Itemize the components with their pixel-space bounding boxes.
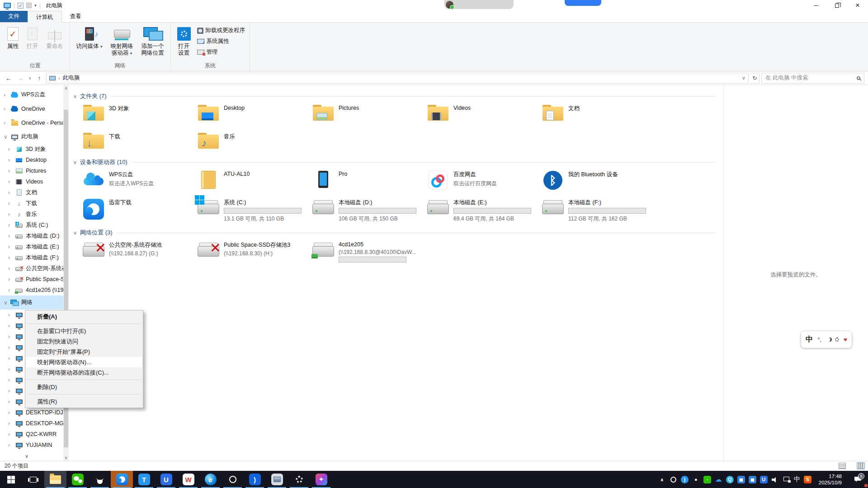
taskbar-button-qq[interactable] <box>89 471 111 488</box>
chevron-down-icon[interactable]: ∨ <box>73 230 77 236</box>
tile-Desktop[interactable]: Desktop <box>195 103 310 126</box>
tile-音乐[interactable]: ♪ 音乐 <box>195 131 310 154</box>
chevron-right-icon[interactable]: › <box>8 333 14 340</box>
tile-Pro[interactable]: Pro <box>310 169 425 192</box>
chevron-down-icon[interactable]: ∨ <box>73 160 77 165</box>
ribbon-button-settings[interactable]: 打开设置 <box>174 23 194 58</box>
gear-icon[interactable] <box>835 338 839 342</box>
sidebar-item-Pictures[interactable]: › Pictures <box>0 165 63 176</box>
chevron-right-icon[interactable]: › <box>8 276 14 282</box>
chevron-right-icon[interactable]: › <box>8 420 14 427</box>
ribbon-button-rename[interactable]: 重命名 <box>42 23 67 51</box>
sidebar-item-Q2C-KWRR[interactable]: › Q2C-KWRR <box>0 429 63 440</box>
chevron-right-icon[interactable]: › <box>8 355 14 361</box>
history-dropdown-icon[interactable]: ∨ <box>27 76 33 80</box>
tray-guard-alert-icon[interactable]: ◼ <box>749 476 756 483</box>
chevron-right-icon[interactable]: › <box>8 168 14 174</box>
tile-WPS云盘[interactable]: WPS云盘双击进入WPS云盘 <box>80 169 195 192</box>
tile-下载[interactable]: ↓ 下载 <box>80 131 195 154</box>
moon-icon[interactable] <box>826 338 830 342</box>
sidebar-item-本地磁盘 (D:)[interactable]: › 本地磁盘 (D:) <box>0 230 63 241</box>
sidebar-item-本地磁盘 (F:)[interactable]: › 本地磁盘 (F:) <box>0 252 63 263</box>
section-header[interactable]: ∨ 设备和驱动器 (10) <box>73 158 723 166</box>
sidebar-item-OneDrive - Personal[interactable]: › OneDrive - Personal <box>0 116 63 130</box>
tray-cloud-tray-icon[interactable]: ☁ <box>715 476 722 483</box>
sidebar-item-Desktop[interactable]: › Desktop <box>0 155 63 165</box>
chevron-right-icon[interactable]: › <box>8 399 14 405</box>
chevron-right-icon[interactable]: › <box>8 409 14 416</box>
chevron-right-icon[interactable]: › <box>8 323 14 329</box>
taskbar-button-blue-app[interactable]: ) <box>244 471 266 488</box>
context-menu-item-5[interactable]: 映射网络驱动器(N)... <box>26 357 142 367</box>
tab-view[interactable]: 查看 <box>62 10 90 22</box>
chevron-right-icon[interactable]: › <box>8 442 14 448</box>
sidebar-item-系统 (C:)[interactable]: › 系统 (C:) <box>0 220 63 230</box>
chevron-right-icon[interactable]: › <box>8 233 14 239</box>
sogou-icon[interactable]: S <box>804 476 811 483</box>
tile-我的 Bluetooth 设备[interactable]: ᛒ 我的 Bluetooth 设备 <box>540 169 655 192</box>
heart-icon[interactable]: ♥ <box>844 336 847 343</box>
chevron-right-icon[interactable]: › <box>8 312 14 318</box>
taskbar-button-colorful-app[interactable]: ✦ <box>310 471 332 488</box>
sidebar-item-网络[interactable]: ∨ 网络 <box>0 296 63 310</box>
taskbar-button-wechat[interactable] <box>66 471 89 488</box>
chevron-right-icon[interactable]: › <box>8 244 14 250</box>
taskbar-button-u-app[interactable]: U <box>155 471 177 488</box>
taskbar-button-dark-app[interactable] <box>222 471 244 488</box>
refresh-icon[interactable]: ↻ <box>750 73 760 84</box>
tile-Public Space-SSD存储池3[interactable]: ✕ Public Space-SSD存储池3(\\192.168.8.30) (… <box>195 239 310 264</box>
taskbar-button-edge[interactable]: e <box>199 471 222 488</box>
tile-ATU-AL10[interactable]: ATU-AL10 <box>195 169 310 192</box>
context-menu-item-8[interactable]: 删除(D) <box>26 382 142 392</box>
scroll-up-icon[interactable]: ∧ <box>63 85 69 91</box>
sidebar-item-DESKTOP-MG[interactable]: › DESKTOP-MG <box>0 418 63 429</box>
taskbar-button-file-explorer[interactable] <box>44 471 66 488</box>
chevron-down-icon[interactable]: ∨ <box>73 94 77 99</box>
chevron-right-icon[interactable]: › <box>8 377 14 383</box>
chevron-down-icon[interactable]: ∨ <box>4 134 10 140</box>
tile-系统 (C:)[interactable]: 系统 (C:)13.1 GB 可用, 共 110 GB <box>195 197 310 224</box>
ime-indicator[interactable]: 中 <box>794 475 800 483</box>
section-header[interactable]: ∨ 网络位置 (3) <box>73 229 723 237</box>
tile-Pictures[interactable]: Pictures <box>310 103 425 126</box>
taskbar-button-task-view[interactable] <box>22 471 44 488</box>
section-header[interactable]: ∨ 文件夹 (7) <box>73 92 723 100</box>
context-menu-item-4[interactable]: 固定到“开始”屏幕(P) <box>26 347 142 357</box>
chevron-right-icon[interactable]: › <box>8 265 14 272</box>
tray-qq-tray-icon[interactable]: ● <box>692 476 700 483</box>
chevron-right-icon[interactable]: › <box>8 388 14 394</box>
tray-ring-app-icon[interactable] <box>670 476 677 483</box>
sidebar-item-DESKTOP-IDJ5[interactable]: › DESKTOP-IDJ5 <box>0 407 63 418</box>
chevron-right-icon[interactable]: › <box>8 366 14 372</box>
chevron-right-icon[interactable]: › <box>8 211 14 217</box>
forward-icon[interactable]: → <box>15 75 25 82</box>
sidebar-item-下载[interactable]: › ↓ 下载 <box>0 198 63 209</box>
ribbon-button-manage[interactable]: 管理 <box>195 47 247 57</box>
ribbon-button-properties[interactable]: ✓ 属性 <box>4 23 22 51</box>
sidebar-item-文档[interactable]: › 文档 <box>0 187 63 198</box>
address-dropdown-icon[interactable]: ∨ <box>742 75 745 81</box>
sidebar-item-音乐[interactable]: › ♪ 音乐 <box>0 209 63 220</box>
sidebar-scroll-down-icon[interactable]: ∨ <box>25 453 28 459</box>
ribbon-button-sysprops[interactable]: 系统属性 <box>195 37 247 46</box>
taskbar-button-xunlei[interactable] <box>111 471 133 488</box>
tray-qq-circle-icon[interactable]: Q <box>726 476 734 483</box>
ribbon-button-uninstall[interactable]: 卸载或更改程序 <box>195 26 247 35</box>
tray-u-tray-icon[interactable]: U <box>760 476 768 483</box>
quick-access-dropdown-icon[interactable]: ▾ <box>34 3 37 8</box>
tile-本地磁盘 (D:)[interactable]: 本地磁盘 (D:)106 GB 可用, 共 150 GB <box>310 197 425 224</box>
chevron-right-icon[interactable]: › <box>4 92 10 98</box>
tab-file[interactable]: 文件 <box>0 10 28 22</box>
close-button[interactable]: × <box>847 0 868 11</box>
tile-Videos[interactable]: Videos <box>425 103 540 126</box>
notification-center-button[interactable]: 5 <box>849 477 866 482</box>
search-box[interactable]: 在 此电脑 中搜索 <box>761 73 864 84</box>
ribbon-button-map-drive[interactable]: 映射网络驱动器 ▾ <box>107 23 137 58</box>
breadcrumb-location[interactable]: 此电脑 <box>63 74 80 82</box>
chevron-right-icon[interactable]: › <box>4 120 10 126</box>
chevron-right-icon[interactable]: › <box>8 431 14 437</box>
taskbar-button-settings[interactable] <box>288 471 310 488</box>
sidebar-item-4cd1e205 (\\192.168.8.30@40100\DavW...[interactable]: › 4cd1e205 (\\192.168.8.30@40100\DavW... <box>0 285 63 296</box>
chevron-down-icon[interactable]: ∨ <box>4 300 10 306</box>
tile-百度网盘[interactable]: 百度网盘双击运行百度网盘 <box>425 169 540 192</box>
